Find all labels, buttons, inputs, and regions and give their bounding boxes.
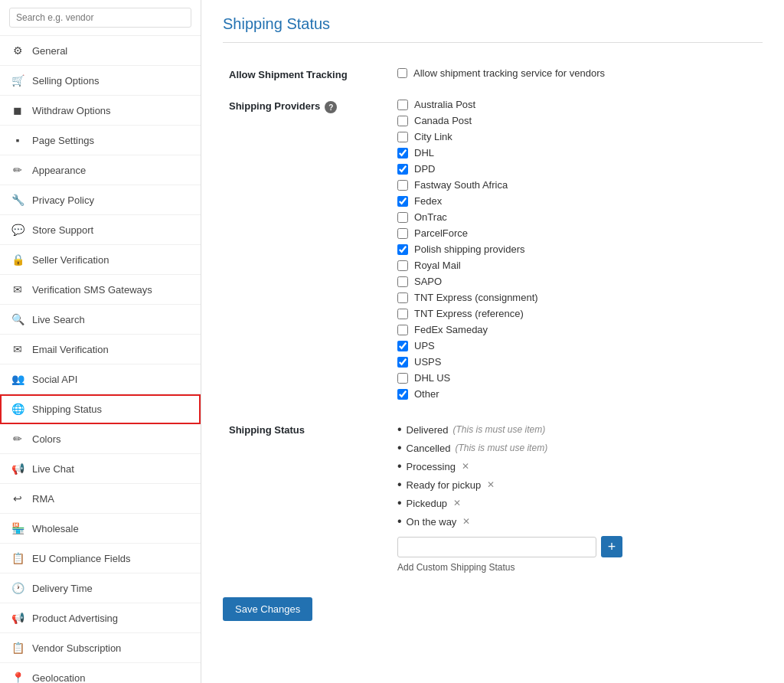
cart-icon: 🛒 (11, 74, 24, 87)
provider-row-dpd: DPD (397, 163, 756, 175)
provider-label-polish: Polish shipping providers (414, 243, 525, 255)
status-name-cancelled: Cancelled (407, 443, 451, 454)
provider-checkbox-usps[interactable] (397, 357, 408, 368)
provider-row-parcelforce: ParcelForce (397, 227, 756, 239)
provider-checkbox-dhl-us[interactable] (397, 373, 408, 384)
sidebar-item-seller-verification[interactable]: 🔒Seller Verification (0, 245, 201, 275)
save-changes-button[interactable]: Save Changes (223, 597, 312, 621)
sidebar-item-label-wholesale: Wholesale (32, 523, 79, 534)
status-remove-pickedup[interactable]: ✕ (453, 498, 461, 508)
provider-checkbox-polish[interactable] (397, 244, 408, 255)
wholesale-icon: 🏪 (11, 521, 24, 535)
sidebar-item-privacy-policy[interactable]: 🔧Privacy Policy (0, 185, 201, 215)
providers-container: Australia PostCanada PostCity LinkDHLDPD… (391, 90, 763, 413)
sidebar-item-geolocation[interactable]: 📍Geolocation (0, 663, 201, 683)
provider-label-tnt-consignment: TNT Express (consignment) (414, 292, 538, 303)
status-name-ready-pickup: Ready for pickup (407, 479, 482, 491)
shipping-status-row: Shipping Status Delivered (This is must … (223, 413, 763, 582)
sidebar-item-wholesale[interactable]: 🏪Wholesale (0, 514, 201, 544)
rma-icon: ↩ (11, 492, 24, 505)
sidebar-item-email-verification[interactable]: ✉Email Verification (0, 335, 201, 364)
provider-row-fedex: Fedex (397, 195, 756, 207)
sidebar-item-store-support[interactable]: 💬Store Support (0, 215, 201, 245)
sidebar-item-live-chat[interactable]: 📢Live Chat (0, 454, 201, 484)
sidebar-item-label-live-chat: Live Chat (32, 463, 74, 475)
shipping-status-label: Shipping Status (229, 424, 305, 436)
provider-checkbox-royal-mail[interactable] (397, 260, 408, 271)
provider-checkbox-parcelforce[interactable] (397, 228, 408, 239)
allow-shipment-label: Allow Shipment Tracking (229, 69, 348, 80)
allow-shipment-text: Allow shipment tracking service for vend… (413, 67, 605, 79)
sidebar-item-label-live-search: Live Search (32, 314, 85, 325)
provider-checkbox-tnt-consignment[interactable] (397, 292, 408, 303)
allow-shipment-checkbox[interactable] (397, 68, 407, 78)
provider-row-usps: USPS (397, 356, 756, 368)
sidebar-item-eu-compliance[interactable]: 📋EU Compliance Fields (0, 544, 201, 574)
sidebar-item-label-withdraw-options: Withdraw Options (32, 105, 111, 116)
sidebar-item-colors[interactable]: ✏Colors (0, 424, 201, 454)
provider-checkbox-australia-post[interactable] (397, 100, 408, 110)
sidebar-item-delivery-time[interactable]: 🕐Delivery Time (0, 574, 201, 603)
sidebar-item-withdraw-options[interactable]: ◼Withdraw Options (0, 96, 201, 126)
sidebar-item-label-rma: RMA (32, 493, 54, 505)
provider-row-sapo: SAPO (397, 276, 756, 287)
provider-label-city-link: City Link (414, 131, 452, 142)
sidebar-item-product-advertising[interactable]: 📢Product Advertising (0, 603, 201, 633)
sidebar-item-label-appearance: Appearance (32, 165, 86, 176)
sidebar-item-live-search[interactable]: 🔍Live Search (0, 305, 201, 335)
sidebar-item-vendor-subscription[interactable]: 📋Vendor Subscription (0, 633, 201, 663)
sidebar-item-social-api[interactable]: 👥Social API (0, 364, 201, 394)
privacy-icon: 🔧 (11, 193, 24, 207)
provider-checkbox-fastway[interactable] (397, 180, 408, 191)
status-remove-ready-pickup[interactable]: ✕ (487, 479, 495, 490)
provider-checkbox-dhl[interactable] (397, 148, 408, 158)
status-remove-on-the-way[interactable]: ✕ (462, 516, 470, 527)
provider-label-ups: UPS (414, 340, 435, 351)
sidebar-item-label-privacy-policy: Privacy Policy (32, 194, 94, 206)
status-item-processing: Processing✕ (397, 459, 756, 473)
provider-checkbox-fedex[interactable] (397, 196, 408, 207)
provider-row-fedex-sameday: FedEx Sameday (397, 324, 756, 335)
provider-row-royal-mail: Royal Mail (397, 260, 756, 271)
shipping-providers-label: Shipping Providers (229, 100, 320, 112)
status-name-on-the-way: On the way (407, 516, 457, 528)
eu-icon: 📋 (11, 551, 24, 565)
provider-label-ontrac: OnTrac (414, 211, 447, 223)
sidebar-item-rma[interactable]: ↩RMA (0, 484, 201, 514)
provider-checkbox-city-link[interactable] (397, 132, 408, 142)
help-icon[interactable]: ? (325, 101, 337, 113)
provider-checkbox-canada-post[interactable] (397, 116, 408, 126)
provider-checkbox-tnt-reference[interactable] (397, 309, 408, 319)
provider-label-canada-post: Canada Post (414, 115, 472, 126)
provider-checkbox-dpd[interactable] (397, 164, 408, 175)
sidebar-item-appearance[interactable]: ✏Appearance (0, 155, 201, 185)
status-item-on-the-way: On the way✕ (397, 515, 756, 528)
provider-checkbox-ontrac[interactable] (397, 212, 408, 223)
provider-row-fastway: Fastway South Africa (397, 179, 756, 191)
provider-label-tnt-reference: TNT Express (reference) (414, 308, 524, 319)
sidebar-item-shipping-status[interactable]: 🌐Shipping Status (0, 394, 201, 424)
status-must-use-delivered: (This is must use item) (453, 424, 546, 435)
provider-checkbox-ups[interactable] (397, 341, 408, 351)
geo-icon: 📍 (11, 671, 24, 683)
sidebar-item-verification-sms[interactable]: ✉Verification SMS Gateways (0, 275, 201, 305)
custom-status-input[interactable] (397, 537, 596, 557)
sidebar-item-label-vendor-subscription: Vendor Subscription (32, 642, 121, 654)
sidebar-search-input[interactable] (9, 8, 191, 28)
provider-row-city-link: City Link (397, 131, 756, 142)
provider-checkbox-other[interactable] (397, 389, 408, 400)
provider-checkbox-fedex-sameday[interactable] (397, 325, 408, 335)
sidebar-item-selling-options[interactable]: 🛒Selling Options (0, 66, 201, 96)
sidebar-item-label-product-advertising: Product Advertising (32, 613, 118, 624)
provider-row-canada-post: Canada Post (397, 115, 756, 126)
provider-row-other: Other (397, 388, 756, 400)
sidebar-item-label-eu-compliance: EU Compliance Fields (32, 553, 131, 564)
status-remove-processing[interactable]: ✕ (462, 461, 469, 472)
sidebar-item-page-settings[interactable]: ▪Page Settings (0, 126, 201, 155)
sms-icon: ✉ (11, 283, 24, 296)
add-status-button[interactable]: + (601, 536, 622, 557)
provider-label-royal-mail: Royal Mail (414, 260, 461, 271)
provider-checkbox-sapo[interactable] (397, 276, 408, 287)
provider-label-australia-post: Australia Post (414, 99, 475, 110)
sidebar-item-general[interactable]: ⚙General (0, 36, 201, 66)
